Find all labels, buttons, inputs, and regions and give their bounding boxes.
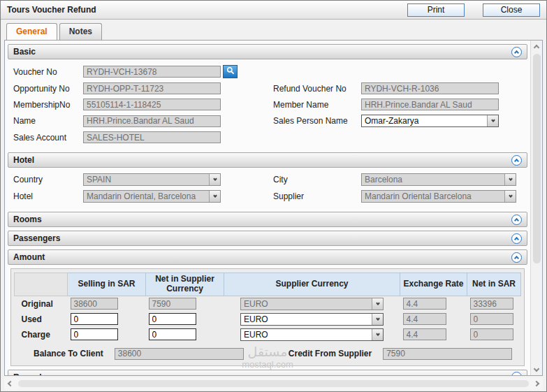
city-select: Barcelona (361, 173, 516, 186)
country-label: Country (13, 175, 83, 184)
sales-person-value: Omar-Zakarya (365, 116, 418, 126)
section-rooms: Rooms (8, 212, 527, 227)
collapse-up-icon[interactable] (511, 47, 522, 57)
vertical-scrollbar[interactable] (530, 41, 542, 375)
row-label: Original (15, 296, 68, 312)
table-row-original: Original EURO (15, 296, 521, 312)
section-passengers: Passengers (8, 231, 527, 246)
sales-account-field (83, 131, 221, 143)
currency-value: EURO (244, 330, 268, 340)
used-net-supplier-field[interactable] (149, 313, 196, 325)
section-remarks-header[interactable]: Remarks (8, 370, 527, 375)
vertical-scrollbar-thumb[interactable] (533, 54, 541, 263)
member-name-field (361, 99, 499, 110)
chevron-down-icon (487, 115, 498, 126)
hotel-label: Hotel (13, 191, 83, 201)
amount-header-selling: Selling in SAR (68, 273, 146, 296)
balance-to-client-label: Balance To Client (34, 349, 103, 358)
print-button[interactable]: Print (407, 3, 465, 17)
horizontal-scrollbar-thumb[interactable] (18, 380, 529, 387)
used-currency-select[interactable]: EURO (240, 313, 384, 326)
country-select: SPAIN (83, 173, 221, 186)
balance-row: Balance To Client Credit From Supplier (14, 342, 521, 361)
used-selling-field[interactable] (71, 313, 118, 325)
basic-fields: Voucher No Opportunity No Refund Voucher… (8, 59, 527, 149)
used-exchange-field (403, 313, 446, 325)
sales-account-label: Sales Account (13, 133, 83, 143)
voucher-no-field (83, 66, 221, 78)
section-remarks: Remarks (8, 370, 527, 375)
chevron-down-icon (372, 314, 383, 325)
opportunity-no-label: Opportunity No (13, 84, 83, 94)
collapse-up-icon[interactable] (511, 215, 522, 225)
collapse-up-icon[interactable] (511, 233, 522, 244)
currency-value: EURO (244, 314, 268, 324)
section-amount-title: Amount (13, 252, 45, 262)
chevron-down-icon (209, 174, 220, 185)
section-rooms-header[interactable]: Rooms (8, 212, 527, 227)
amount-header-currency: Supplier Currency (224, 273, 400, 296)
search-icon (226, 66, 235, 77)
original-net-sar-field (470, 298, 513, 310)
window-title: Tours Voucher Refund (7, 5, 96, 15)
scroll-left-icon[interactable] (4, 377, 17, 390)
amount-table: Selling in SAR Net in Supplier Currency … (14, 273, 521, 342)
tab-notes[interactable]: Notes (59, 23, 102, 40)
supplier-value: Mandarin Oriental Barcelona (365, 191, 472, 201)
original-selling-field (71, 298, 118, 310)
charge-currency-select[interactable]: EURO (240, 328, 384, 341)
supplier-select: Mandarin Oriental Barcelona (361, 190, 516, 203)
name-label: Name (13, 116, 83, 126)
amount-header-empty (15, 273, 68, 296)
collapse-up-icon[interactable] (511, 155, 522, 166)
horizontal-scrollbar[interactable] (4, 377, 543, 390)
voucher-no-label: Voucher No (13, 67, 83, 77)
section-hotel: Hotel Country SPAIN City Barcelona (8, 152, 527, 208)
tab-general[interactable]: General (6, 23, 57, 40)
section-amount: Amount Selling in SAR Net in Supplier Cu… (8, 249, 527, 366)
table-row-charge: Charge EURO (15, 327, 521, 342)
member-name-label: Member Name (273, 100, 361, 110)
collapse-up-icon[interactable] (511, 252, 522, 263)
sales-person-select[interactable]: Omar-Zakarya (361, 115, 499, 127)
charge-exchange-field (403, 328, 446, 340)
membership-no-label: MembershipNo (13, 100, 83, 110)
section-hotel-header[interactable]: Hotel (8, 152, 527, 168)
scroll-up-icon[interactable] (531, 41, 543, 52)
credit-from-supplier-field (383, 348, 512, 360)
balance-to-client-field (115, 348, 244, 360)
content-panel: Basic Voucher No Opportunity No Refund V… (4, 40, 543, 376)
city-value: Barcelona (365, 175, 402, 184)
section-amount-header[interactable]: Amount (8, 249, 527, 265)
voucher-search-button[interactable] (223, 65, 238, 78)
supplier-label: Supplier (273, 191, 361, 201)
section-basic-title: Basic (13, 47, 36, 57)
membership-no-field (83, 99, 221, 110)
chevron-down-icon (372, 298, 383, 310)
hotel-select: Mandarin Oriental, Barcelona (83, 190, 221, 203)
close-button[interactable]: Close (483, 3, 540, 17)
name-field (83, 115, 221, 127)
original-net-supplier-field (149, 298, 196, 310)
refund-voucher-no-label: Refund Voucher No (273, 84, 361, 94)
row-label: Used (15, 312, 68, 327)
chevron-down-icon (504, 174, 516, 185)
section-rooms-title: Rooms (13, 215, 42, 224)
scroll-right-icon[interactable] (530, 377, 543, 390)
opportunity-no-field (83, 82, 221, 94)
section-passengers-header[interactable]: Passengers (8, 231, 527, 246)
chevron-down-icon (209, 191, 220, 202)
section-basic-header[interactable]: Basic (8, 44, 527, 59)
scroll-down-icon[interactable] (531, 363, 543, 375)
hotel-fields: Country SPAIN City Barcelona (8, 168, 527, 208)
expand-down-icon[interactable] (511, 372, 522, 375)
charge-net-supplier-field[interactable] (149, 328, 196, 340)
section-passengers-title: Passengers (13, 233, 60, 243)
city-label: City (273, 175, 361, 184)
section-hotel-title: Hotel (13, 155, 34, 165)
content-scroll-area: Basic Voucher No Opportunity No Refund V… (5, 41, 530, 375)
credit-from-supplier-label: Credit From Supplier (289, 349, 372, 358)
charge-selling-field[interactable] (71, 328, 118, 340)
amount-header-net-supplier: Net in Supplier Currency (146, 273, 224, 296)
original-exchange-field (403, 298, 446, 310)
